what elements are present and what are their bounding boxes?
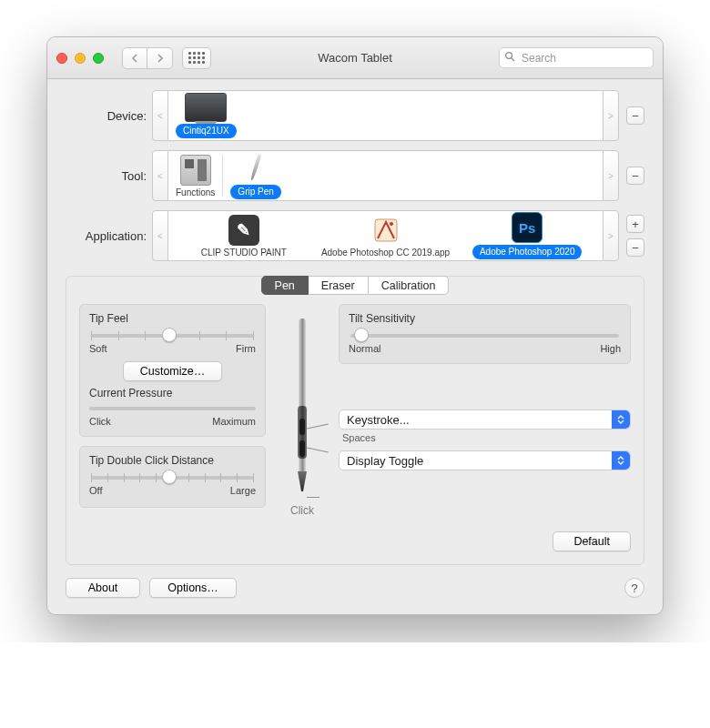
monitor-icon — [185, 93, 227, 122]
search-input[interactable] — [499, 47, 654, 68]
double-click-title: Tip Double Click Distance — [89, 454, 256, 467]
tool-remove-button[interactable]: − — [626, 167, 644, 185]
forward-button[interactable] — [147, 47, 173, 69]
application-item-ps2019[interactable]: Adobe Photoshop CC 2019.app — [318, 215, 454, 258]
chevron-left-icon — [131, 54, 138, 63]
chevron-right-icon — [157, 54, 164, 63]
tool-label: Tool: — [66, 169, 152, 183]
pen-upper-button-select[interactable]: Keystroke... — [339, 410, 631, 430]
application-item-label: CLIP STUDIO PAINT — [201, 248, 287, 258]
dropdown-arrows-icon — [612, 451, 630, 470]
photoshop-2020-icon: Ps — [512, 212, 543, 243]
pen-lower-button-graphic — [299, 440, 305, 457]
device-row: Device: < Cintiq21UX > − — [66, 90, 644, 141]
double-click-min: Off — [89, 485, 102, 496]
pen-illustration — [292, 318, 312, 500]
double-click-max: Large — [230, 485, 256, 496]
search-icon — [504, 51, 515, 65]
slider-knob[interactable] — [354, 328, 369, 342]
slider-knob[interactable] — [162, 328, 177, 342]
application-row: Application: < ✎ CLIP STUDIO PAINT Adobe… — [66, 210, 644, 261]
customize-button[interactable]: Customize… — [123, 361, 223, 381]
footer: About Options… ? — [47, 578, 663, 614]
tool-scroll-right[interactable]: > — [603, 150, 619, 201]
back-button[interactable] — [122, 47, 147, 69]
application-item-csp[interactable]: ✎ CLIP STUDIO PAINT — [176, 215, 312, 258]
device-label: Device: — [66, 109, 152, 123]
current-pressure-bar — [89, 407, 256, 410]
zoom-window-button[interactable] — [93, 53, 104, 64]
search-field-wrap — [499, 47, 654, 68]
pen-lower-button-value: Display Toggle — [347, 454, 423, 468]
tool-item-label: Grip Pen — [230, 185, 280, 199]
nav-buttons — [122, 47, 173, 69]
grid-icon — [188, 52, 205, 64]
options-button[interactable]: Options… — [149, 578, 237, 598]
application-scroll-right[interactable]: > — [603, 210, 619, 261]
tool-row: Tool: < Functions Grip Pen > − — [66, 150, 644, 201]
functions-icon — [180, 155, 211, 186]
clip-studio-icon: ✎ — [228, 215, 259, 246]
tip-feel-min: Soft — [89, 343, 107, 354]
tilt-title: Tilt Sensitivity — [349, 312, 621, 325]
divider — [222, 155, 223, 197]
device-remove-button[interactable]: − — [626, 106, 644, 125]
pen-upper-button-sub: Spaces — [342, 432, 631, 443]
svg-line-1 — [512, 58, 514, 61]
pen-click-label: Click — [290, 504, 314, 517]
tilt-min: Normal — [349, 343, 380, 354]
pen-icon — [240, 152, 271, 183]
pen-lower-button-select[interactable]: Display Toggle — [339, 450, 631, 470]
help-button[interactable]: ? — [624, 578, 644, 598]
application-remove-button[interactable]: − — [626, 238, 644, 257]
application-item-label: Adobe Photoshop 2020 — [472, 245, 583, 259]
application-item-label: Adobe Photoshop CC 2019.app — [321, 248, 450, 258]
application-scroll-left[interactable]: < — [152, 210, 168, 261]
minimize-window-button[interactable] — [75, 53, 86, 64]
preferences-window: Wacom Tablet Device: < Cintiq21UX > − To… — [46, 36, 664, 615]
pen-upper-button-value: Keystroke... — [347, 413, 410, 427]
tip-feel-slider[interactable] — [91, 334, 254, 338]
tip-feel-max: Firm — [236, 343, 256, 354]
tab-calibration[interactable]: Calibration — [369, 276, 450, 295]
pen-illustration-column: Click — [275, 304, 330, 517]
tilt-group: Tilt Sensitivity Normal High — [339, 304, 631, 364]
svg-point-0 — [506, 53, 512, 59]
question-icon: ? — [631, 581, 637, 595]
show-all-button[interactable] — [182, 47, 211, 69]
application-item-ps2020[interactable]: Ps Adobe Photoshop 2020 — [459, 212, 595, 259]
settings-panel: Pen Eraser Calibration Tip Feel Soft Fir… — [66, 276, 644, 565]
slider-knob[interactable] — [162, 470, 177, 484]
pen-upper-button-graphic — [299, 419, 305, 435]
device-scroll-left[interactable]: < — [152, 90, 168, 141]
tip-feel-group: Tip Feel Soft Firm Customize… Current Pr… — [79, 304, 266, 437]
current-pressure-title: Current Pressure — [89, 387, 256, 399]
close-window-button[interactable] — [56, 53, 67, 64]
photoshop-2019-icon — [370, 215, 401, 246]
tilt-slider[interactable] — [350, 334, 619, 338]
device-item-cintiq[interactable]: Cintiq21UX — [176, 93, 237, 138]
window-controls — [56, 53, 104, 64]
pressure-max: Maximum — [212, 416, 256, 427]
default-button[interactable]: Default — [553, 531, 631, 551]
double-click-slider[interactable] — [91, 476, 254, 480]
dropdown-arrows-icon — [612, 410, 630, 429]
tool-item-label: Functions — [176, 187, 215, 197]
tool-item-grip-pen[interactable]: Grip Pen — [230, 152, 280, 199]
tool-item-functions[interactable]: Functions — [176, 155, 215, 197]
tab-eraser[interactable]: Eraser — [309, 276, 369, 295]
about-button[interactable]: About — [66, 578, 140, 598]
tool-strip: Functions Grip Pen — [168, 150, 603, 201]
application-add-button[interactable]: + — [626, 215, 644, 233]
tilt-max: High — [600, 343, 621, 354]
application-label: Application: — [66, 229, 152, 243]
application-strip: ✎ CLIP STUDIO PAINT Adobe Photoshop CC 2… — [168, 210, 603, 261]
tool-scroll-left[interactable]: < — [152, 150, 168, 201]
device-scroll-right[interactable]: > — [603, 90, 619, 141]
tip-feel-title: Tip Feel — [89, 312, 256, 325]
double-click-group: Tip Double Click Distance Off Large — [79, 446, 266, 508]
tab-bar: Pen Eraser Calibration — [261, 276, 450, 295]
device-strip: Cintiq21UX — [168, 90, 603, 141]
tab-pen[interactable]: Pen — [261, 276, 309, 295]
pressure-min: Click — [89, 416, 111, 427]
